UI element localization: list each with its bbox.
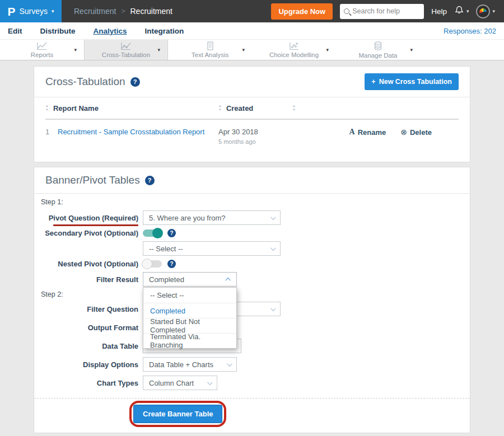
sort-up-icon: ▲ bbox=[292, 104, 296, 108]
step2-label: Step 2: bbox=[34, 290, 470, 298]
filter-result-select[interactable]: Completed bbox=[143, 272, 237, 287]
nav-distribute[interactable]: Distribute bbox=[40, 27, 76, 35]
tab-cross-tabulation[interactable]: Cross-Tabulation ▾ bbox=[84, 40, 168, 60]
scatter-chart-icon bbox=[288, 41, 300, 51]
sort-icon[interactable]: ▲ ▼ bbox=[218, 104, 222, 111]
crosstab-chart-icon bbox=[120, 41, 132, 51]
secondary-pivot-select[interactable]: -- Select -- bbox=[143, 241, 281, 256]
sort-icon[interactable]: ▲ ▼ bbox=[292, 104, 296, 111]
nav-integration[interactable]: Integration bbox=[145, 27, 184, 35]
product-name: Surveys bbox=[19, 7, 48, 16]
nested-pivot-row: Nested Pivot (Optional) ? bbox=[34, 260, 470, 268]
filter-result-row: Filter Result Completed -- Select -- Com… bbox=[34, 272, 470, 287]
breadcrumb: Recruitment > Recruitment bbox=[74, 7, 172, 16]
nav-edit[interactable]: Edit bbox=[8, 27, 22, 35]
top-bar: P Surveys ▾ Recruitment > Recruitment Up… bbox=[0, 0, 504, 22]
menu-item-select[interactable]: -- Select -- bbox=[143, 288, 236, 303]
filter-result-label: Filter Result bbox=[34, 275, 138, 284]
help-search-box[interactable] bbox=[340, 4, 424, 19]
cross-tabulation-card: Cross-Tabulation ? + New Cross Tabulatio… bbox=[34, 66, 470, 162]
survey-nav: Edit Distribute Analytics Integration Re… bbox=[0, 22, 504, 39]
red-highlight-annotation: Create Banner Table bbox=[129, 401, 226, 427]
menu-item-completed[interactable]: Completed bbox=[143, 303, 236, 318]
tab-manage-data[interactable]: Manage Data ▾ bbox=[336, 40, 420, 60]
rename-label: Rename bbox=[358, 128, 386, 137]
step1-label: Step 1: bbox=[34, 198, 470, 207]
display-options-row: Display Options Data Table + Charts bbox=[34, 357, 470, 372]
chevron-down-icon: ▾ bbox=[52, 9, 54, 14]
display-options-label: Display Options bbox=[34, 360, 138, 369]
pivot-question-label: Pivot Question (Required) bbox=[34, 214, 138, 222]
sort-down-icon: ▼ bbox=[218, 108, 222, 112]
tab-reports[interactable]: Reports ▾ bbox=[0, 40, 84, 60]
pivot-question-select[interactable]: 5. Where are you from? bbox=[143, 210, 281, 225]
create-banner-table-button[interactable]: Create Banner Table bbox=[133, 405, 222, 423]
filter-question-label: Filter Question bbox=[34, 305, 138, 313]
help-link[interactable]: Help bbox=[431, 7, 447, 16]
crosstab-card-header: Cross-Tabulation ? + New Cross Tabulatio… bbox=[34, 67, 470, 97]
crosstab-table: ▲ ▼ Report Name ▲ ▼ Created ▲ ▼ 1 Recrui… bbox=[34, 97, 470, 162]
chart-types-select[interactable]: Column Chart bbox=[143, 376, 217, 390]
surveys-menu[interactable]: P Surveys ▾ bbox=[0, 0, 62, 22]
filter-result-dropdown-menu: -- Select -- Completed Started But Not C… bbox=[143, 287, 237, 349]
pivot-question-value: 5. Where are you from? bbox=[149, 214, 226, 222]
chevron-down-icon: ▾ bbox=[242, 47, 245, 53]
help-icon[interactable]: ? bbox=[167, 260, 176, 268]
responses-count[interactable]: Responses: 202 bbox=[444, 27, 496, 35]
document-icon bbox=[205, 41, 215, 51]
menu-item-started-not-completed[interactable]: Started But Not Completed bbox=[143, 318, 236, 333]
column-header-report-name[interactable]: Report Name bbox=[53, 104, 218, 112]
display-options-select[interactable]: Data Table + Charts bbox=[143, 357, 237, 372]
line-chart-icon bbox=[36, 41, 48, 51]
topbar-right: Upgrade Now Help ▾ ▾ bbox=[271, 3, 504, 20]
column-header-created[interactable]: Created bbox=[226, 104, 292, 112]
breadcrumb-survey-link[interactable]: Recruitment bbox=[74, 7, 116, 16]
new-cross-tabulation-button[interactable]: + New Cross Tabulation bbox=[365, 73, 459, 90]
banner-title: Banner/Pivot Tables bbox=[45, 174, 140, 186]
rename-button[interactable]: A Rename bbox=[349, 128, 386, 137]
database-icon bbox=[373, 41, 383, 51]
row-index: 1 bbox=[45, 128, 58, 136]
pivot-question-row: Pivot Question (Required) 5. Where are y… bbox=[34, 210, 470, 225]
help-icon[interactable]: ? bbox=[130, 77, 140, 87]
menu-item-terminated-branching[interactable]: Terminated Via. Branching bbox=[143, 333, 236, 348]
tab-label: Choice Modelling bbox=[269, 52, 319, 59]
secondary-pivot-label: Secondary Pivot (Optional) bbox=[34, 229, 138, 237]
nested-pivot-toggle[interactable] bbox=[143, 260, 162, 268]
tab-choice-inner: Choice Modelling bbox=[269, 41, 319, 59]
upgrade-now-button[interactable]: Upgrade Now bbox=[271, 3, 333, 20]
avatar bbox=[476, 4, 490, 18]
delete-button[interactable]: ⊗ Delete bbox=[400, 128, 432, 137]
account-menu[interactable]: ▾ bbox=[476, 4, 495, 18]
search-input[interactable] bbox=[352, 7, 420, 15]
help-icon[interactable]: ? bbox=[145, 176, 155, 185]
delete-icon: ⊗ bbox=[400, 128, 407, 137]
sort-down-icon: ▼ bbox=[45, 108, 49, 112]
chevron-down-icon: ▾ bbox=[492, 9, 495, 14]
chevron-down-icon bbox=[227, 361, 232, 367]
sort-icon[interactable]: ▲ ▼ bbox=[45, 104, 49, 111]
rename-icon: A bbox=[349, 128, 355, 137]
tab-choice-modelling[interactable]: Choice Modelling ▾ bbox=[252, 40, 336, 60]
created-date: Apr 30 2018 bbox=[218, 128, 258, 136]
report-link[interactable]: Recruitment - Sample Crosstabulation Rep… bbox=[58, 128, 218, 136]
secondary-pivot-toggle[interactable] bbox=[143, 229, 162, 237]
output-format-label: Output Format bbox=[34, 324, 138, 332]
breadcrumb-current: Recruitment bbox=[130, 7, 172, 16]
banner-form: Step 1: Pivot Question (Required) 5. Whe… bbox=[34, 194, 470, 433]
tab-manage-inner: Manage Data bbox=[358, 41, 397, 59]
help-icon[interactable]: ? bbox=[167, 229, 176, 237]
chart-types-row: Chart Types Column Chart bbox=[34, 376, 470, 390]
tab-label: Cross-Tabulation bbox=[102, 52, 150, 59]
created-ago: 5 months ago bbox=[218, 138, 302, 145]
notifications-menu[interactable]: ▾ bbox=[454, 5, 469, 17]
analytics-toolbar: Reports ▾ Cross-Tabulation ▾ Text Analys… bbox=[0, 39, 504, 60]
plus-icon: + bbox=[371, 78, 375, 86]
tab-text-analysis[interactable]: Text Analysis ▾ bbox=[168, 40, 252, 60]
chevron-down-icon: ▾ bbox=[157, 47, 160, 53]
filter-question-row: Filter Question bbox=[34, 302, 470, 316]
nav-analytics[interactable]: Analytics bbox=[94, 27, 127, 35]
delete-label: Delete bbox=[410, 128, 432, 137]
table-row: 1 Recruitment - Sample Crosstabulation R… bbox=[45, 120, 459, 149]
gauge-icon bbox=[479, 8, 487, 16]
